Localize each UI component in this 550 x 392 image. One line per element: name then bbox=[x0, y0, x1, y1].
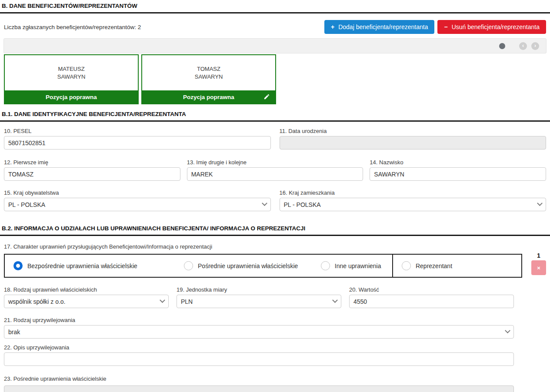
rights-radio-group: Bezpośrednie uprawnienia właścicielskie … bbox=[4, 254, 522, 278]
add-beneficiary-label: Dodaj beneficjenta/reprezentanta bbox=[338, 23, 428, 30]
beneficiary-carousel-bar: ‹ › bbox=[3, 38, 547, 53]
pesel-input[interactable] bbox=[4, 136, 271, 149]
chevron-down-icon bbox=[332, 297, 338, 303]
radio-indirect[interactable] bbox=[184, 261, 193, 270]
beneficiary-card-name: MATEUSZ SAWARYN bbox=[5, 55, 138, 90]
section-b1-title: B.1. DANE IDENTYFIKACYJNE BENEFICJENTA/R… bbox=[0, 108, 550, 122]
unit-label: 19. Jednostka miary bbox=[177, 286, 341, 293]
indirect-rights-input bbox=[4, 385, 514, 392]
radio-option-indirect[interactable]: Pośrednie uprawnienia właścicielskie bbox=[175, 255, 312, 277]
radio-representative[interactable] bbox=[402, 261, 411, 270]
birth-date-input bbox=[280, 136, 547, 149]
privilege-desc-input[interactable] bbox=[4, 352, 514, 366]
minus-icon: − bbox=[444, 23, 447, 30]
remove-beneficiary-button[interactable]: − Usuń beneficjenta/reprezentanta bbox=[437, 20, 546, 34]
add-beneficiary-button[interactable]: + Dodaj beneficjenta/reprezentanta bbox=[324, 20, 434, 34]
edit-pencil-icon[interactable] bbox=[263, 93, 270, 100]
section-b-title: B. DANE BENEFICJENTÓW/REPREZENTANTÓW bbox=[0, 0, 550, 13]
field-middle-name: 13. Imię drugie i kolejne bbox=[187, 159, 363, 181]
birth-date-label: 11. Data urodzenia bbox=[280, 128, 547, 134]
remove-beneficiary-label: Usuń beneficjenta/reprezentanta bbox=[452, 23, 540, 30]
field-residence: 16. Kraj zamieszkania PL - POLSKA bbox=[280, 189, 547, 211]
field-ownership-type: 18. Rodzaj uprawnień właścicielskich wsp… bbox=[4, 286, 169, 308]
field-privilege-desc: 22. Opis uprzywilejowania bbox=[4, 344, 514, 366]
radio-direct[interactable] bbox=[13, 261, 23, 270]
ownership-type-label: 18. Rodzaj uprawnień właścicielskich bbox=[4, 286, 169, 293]
field-citizenship: 15. Kraj obywatelstwa PL - POLSKA bbox=[4, 189, 271, 211]
citizenship-label: 15. Kraj obywatelstwa bbox=[4, 189, 271, 196]
rights-entry-row: Bezpośrednie uprawnienia właścicielskie … bbox=[4, 254, 546, 278]
delete-entry-button[interactable]: × bbox=[531, 260, 546, 275]
beneficiary-card-tomasz[interactable]: TOMASZ SAWARYN Pozycja poprawna bbox=[141, 54, 276, 104]
beneficiary-cards-row: MATEUSZ SAWARYN Pozycja poprawna TOMASZ … bbox=[4, 54, 546, 104]
character-label: 17. Charakter uprawnień przysługujących … bbox=[4, 243, 212, 250]
ownership-type-select[interactable]: wspólnik spółki z o.o. bbox=[4, 295, 169, 308]
first-name-label: 12. Pierwsze imię bbox=[4, 159, 180, 166]
citizenship-select[interactable]: PL - POLSKA bbox=[4, 198, 271, 211]
carousel-prev-icon[interactable]: ‹ bbox=[519, 42, 527, 50]
residence-label: 16. Kraj zamieszkania bbox=[280, 189, 547, 196]
field-amount: 20. Wartość bbox=[349, 286, 514, 308]
beneficiary-card-name: TOMASZ SAWARYN bbox=[142, 55, 275, 90]
middle-name-input[interactable] bbox=[187, 167, 363, 181]
field-birth-date: 11. Data urodzenia bbox=[280, 128, 547, 149]
carousel-page-dot[interactable] bbox=[499, 43, 505, 49]
radio-option-representative[interactable]: Reprezentant bbox=[392, 255, 521, 277]
plus-icon: + bbox=[331, 23, 334, 30]
first-name-input[interactable] bbox=[4, 167, 180, 181]
radio-option-other[interactable]: Inne uprawnienia bbox=[312, 255, 392, 277]
field-indirect-rights: 23. Pośrednie uprawnienia właścicielskie bbox=[4, 375, 514, 392]
privilege-type-select[interactable]: brak bbox=[4, 325, 514, 339]
beneficiary-count-label: Liczba zgłaszanych beneficjentów/repreze… bbox=[4, 24, 324, 30]
residence-select[interactable]: PL - POLSKA bbox=[280, 198, 547, 211]
amount-input[interactable] bbox=[349, 295, 514, 308]
beneficiary-count-row: Liczba zgłaszanych beneficjentów/repreze… bbox=[4, 20, 546, 34]
middle-name-label: 13. Imię drugie i kolejne bbox=[187, 159, 363, 166]
entry-number: 1 bbox=[537, 252, 540, 259]
entry-controls: 1 × bbox=[531, 254, 546, 275]
chevron-down-icon bbox=[262, 200, 267, 206]
pesel-label: 10. PESEL bbox=[4, 128, 271, 134]
field-unit: 19. Jednostka miary PLN bbox=[177, 286, 341, 308]
radio-option-direct[interactable]: Bezpośrednie uprawnienia właścicielskie bbox=[5, 255, 175, 277]
field-privilege-type: 21. Rodzaj uprzywilejowania brak bbox=[4, 317, 514, 339]
amount-label: 20. Wartość bbox=[349, 286, 514, 293]
indirect-rights-label: 23. Pośrednie uprawnienia właścicielskie bbox=[4, 375, 514, 382]
privilege-desc-label: 22. Opis uprzywilejowania bbox=[4, 344, 514, 351]
surname-label: 14. Nazwisko bbox=[370, 159, 546, 166]
unit-select[interactable]: PLN bbox=[177, 295, 341, 308]
chevron-down-icon bbox=[537, 200, 543, 206]
field-first-name: 12. Pierwsze imię bbox=[4, 159, 180, 181]
privilege-type-label: 21. Rodzaj uprzywilejowania bbox=[4, 317, 514, 323]
status-badge: Pozycja poprawna bbox=[5, 90, 138, 103]
radio-other[interactable] bbox=[321, 261, 330, 270]
surname-input[interactable] bbox=[370, 167, 546, 181]
status-badge: Pozycja poprawna bbox=[142, 90, 275, 103]
field-surname: 14. Nazwisko bbox=[370, 159, 546, 181]
chevron-down-icon bbox=[505, 328, 510, 333]
section-b2-title: B.2. INFORMACJA O UDZIAŁACH LUB UPRAWNIE… bbox=[0, 223, 550, 236]
field-pesel: 10. PESEL bbox=[4, 128, 271, 149]
carousel-next-icon[interactable]: › bbox=[531, 42, 539, 50]
beneficiary-card-mateusz[interactable]: MATEUSZ SAWARYN Pozycja poprawna bbox=[4, 54, 139, 104]
chevron-down-icon bbox=[160, 297, 165, 303]
